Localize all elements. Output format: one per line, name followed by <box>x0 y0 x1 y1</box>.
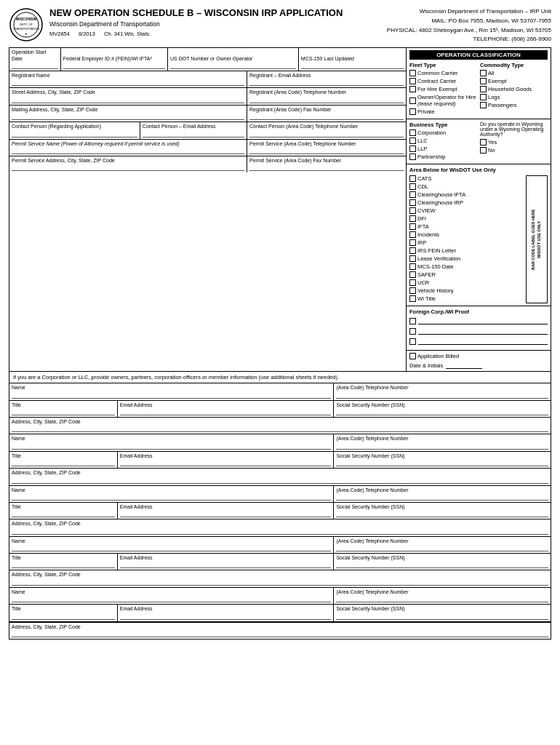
input-p5-address[interactable] <box>12 630 548 637</box>
mv-number: MV2854 <box>49 31 70 37</box>
input-street-address[interactable] <box>12 96 244 103</box>
cb-app-billed[interactable] <box>409 353 416 359</box>
cb-owner-operator[interactable] <box>409 97 416 104</box>
cb-common-carrier[interactable] <box>409 70 416 76</box>
cb-dfi[interactable] <box>409 215 416 222</box>
cb-clearing-ifta[interactable] <box>409 191 416 198</box>
input-p1-title[interactable] <box>12 408 115 415</box>
input-p1-address[interactable] <box>12 425 548 432</box>
cb-llc[interactable] <box>409 138 416 144</box>
cb-partnership[interactable] <box>409 154 416 160</box>
cb-irp[interactable] <box>409 239 416 246</box>
cb-foreign-2[interactable] <box>409 328 416 335</box>
date-initials-input[interactable] <box>446 368 482 369</box>
input-registrant-fax[interactable] <box>249 113 404 120</box>
cb-irs-fein[interactable] <box>409 247 416 254</box>
input-p1-name[interactable] <box>12 391 331 399</box>
input-p4-title[interactable] <box>12 561 115 568</box>
input-registrant-name[interactable] <box>12 79 244 86</box>
cb-wyoming-yes[interactable] <box>480 139 487 146</box>
input-p1-ssn[interactable] <box>336 408 548 415</box>
input-contact-person[interactable] <box>12 130 137 138</box>
input-permit-name[interactable] <box>12 147 244 154</box>
input-p5-ssn[interactable] <box>336 613 548 620</box>
cb-incidents[interactable] <box>409 231 416 238</box>
input-p2-phone[interactable] <box>336 442 548 450</box>
input-p4-name[interactable] <box>12 544 331 551</box>
input-contact-phone[interactable] <box>249 130 404 138</box>
input-p3-phone[interactable] <box>336 493 548 501</box>
input-p3-name[interactable] <box>12 493 331 501</box>
p5-ssn: Social Security Number (SSN) <box>334 605 551 621</box>
cb-mcs150-date[interactable] <box>409 263 416 270</box>
input-registrant-phone[interactable] <box>249 96 404 103</box>
label-common-carrier: Common Carrier <box>417 70 457 76</box>
cb-private[interactable] <box>409 108 416 115</box>
cb-commodity-passengers[interactable] <box>480 102 487 108</box>
cb-wi-title[interactable] <box>409 295 416 302</box>
input-p2-address[interactable] <box>12 477 548 484</box>
cb-for-hire-exempt[interactable] <box>409 86 416 92</box>
input-p1-email[interactable] <box>120 408 332 415</box>
cb-contract-carrier[interactable] <box>409 78 416 84</box>
label-permit-fax: Permit Service (Area Code) Fax Number <box>249 158 404 164</box>
cb-lease-verification[interactable] <box>409 255 416 262</box>
input-mailing-address[interactable] <box>12 113 244 120</box>
cb-safer[interactable] <box>409 271 416 278</box>
input-p5-title[interactable] <box>12 613 115 620</box>
cb-cats[interactable] <box>409 175 416 182</box>
cb-foreign-1[interactable] <box>409 318 416 324</box>
wisdot-cview: CVIEW <box>409 207 523 214</box>
input-registrant-email[interactable] <box>249 79 404 86</box>
input-p3-ssn[interactable] <box>336 510 548 517</box>
input-p2-ssn[interactable] <box>336 459 548 466</box>
p3-email: Email Address <box>118 503 335 519</box>
cb-ifta[interactable] <box>409 223 416 230</box>
row-4: Mailing Address, City, State, ZIP Code R… <box>9 105 406 122</box>
input-p1-phone[interactable] <box>336 391 548 399</box>
input-p3-email[interactable] <box>120 510 332 517</box>
p3-phone: (Area Code) Telephone Number <box>334 486 551 502</box>
input-usdot[interactable] <box>170 62 296 69</box>
cb-wyoming-no[interactable] <box>480 147 487 154</box>
cb-ucr[interactable] <box>409 279 416 286</box>
cb-corporation[interactable] <box>409 130 416 136</box>
input-permit-address[interactable] <box>12 164 244 171</box>
input-p4-address[interactable] <box>12 578 548 586</box>
cb-commodity-all[interactable] <box>480 70 487 76</box>
cb-cview[interactable] <box>409 207 416 214</box>
input-operation-start[interactable] <box>12 62 58 69</box>
cb-clearing-irp[interactable] <box>409 199 416 206</box>
label-cview: CVIEW <box>417 207 436 214</box>
cb-foreign-3[interactable] <box>409 338 416 345</box>
cb-commodity-exempt[interactable] <box>480 78 487 84</box>
input-p4-ssn[interactable] <box>336 561 548 568</box>
input-permit-fax[interactable] <box>249 164 404 171</box>
cb-vehicle-history[interactable] <box>409 287 416 294</box>
input-p5-name[interactable] <box>12 595 331 602</box>
input-p3-title[interactable] <box>12 510 115 517</box>
label-p3-email: Email Address <box>120 504 332 510</box>
cb-commodity-logs[interactable] <box>480 94 487 100</box>
input-p2-name[interactable] <box>12 442 331 450</box>
input-p4-phone[interactable] <box>336 544 548 551</box>
org-name: Wisconsin Department of Transportation <box>49 20 387 29</box>
input-foreign-3[interactable] <box>418 338 548 345</box>
input-foreign-2[interactable] <box>418 327 548 335</box>
input-p5-email[interactable] <box>120 613 332 620</box>
input-contact-email[interactable] <box>143 130 244 138</box>
input-mcs150[interactable] <box>301 62 404 69</box>
input-p2-email[interactable] <box>120 459 332 466</box>
input-p4-email[interactable] <box>120 561 332 568</box>
main-layout: Operation Start Date Federal Employer ID… <box>9 47 551 372</box>
cb-cdl[interactable] <box>409 183 416 190</box>
label-commodity-household: Household Goods <box>488 86 532 92</box>
cb-llp[interactable] <box>409 146 416 152</box>
input-p3-address[interactable] <box>12 527 548 535</box>
cb-commodity-household[interactable] <box>480 86 487 92</box>
input-foreign-1[interactable] <box>418 317 548 324</box>
input-permit-phone[interactable] <box>249 147 404 154</box>
input-p2-title[interactable] <box>12 459 115 466</box>
input-p5-phone[interactable] <box>336 595 548 602</box>
input-fein[interactable] <box>63 62 165 69</box>
